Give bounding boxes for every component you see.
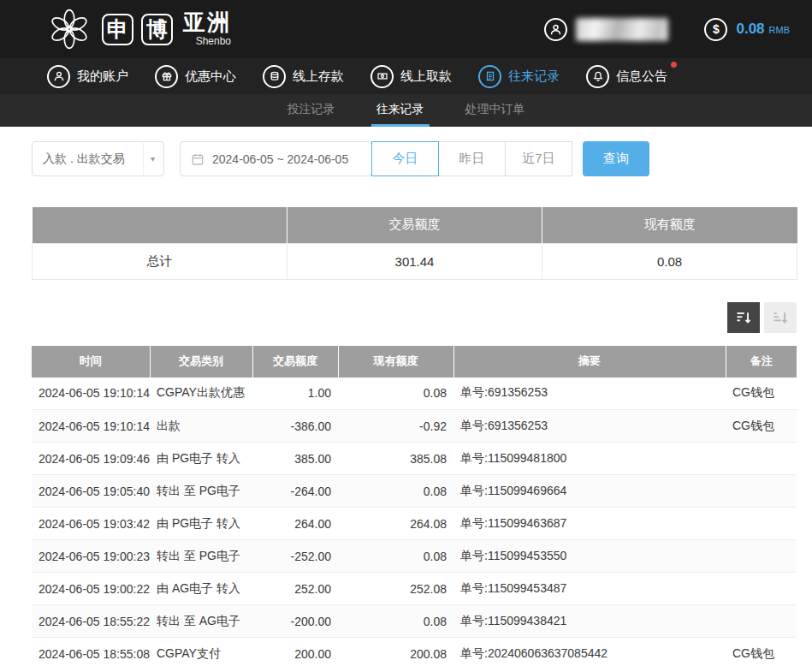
nav-item-deposit[interactable]: 线上存款 — [263, 65, 344, 88]
cell-summary: 单号:691356253 — [453, 378, 726, 410]
sort-desc-icon — [735, 309, 752, 326]
logo-region-text: 亚洲 — [183, 11, 231, 34]
tab-label: 投注记录 — [287, 102, 335, 117]
cell-amount: -200.00 — [252, 605, 338, 638]
date-range-picker[interactable]: 2024-06-05 ~ 2024-06-05 — [180, 141, 372, 176]
balance-display[interactable]: 0.08 RMB — [736, 21, 790, 38]
logo-char-shen: 申 — [102, 14, 133, 45]
cell-note: CG钱包 — [726, 378, 797, 410]
summary-transaction-total: 301.44 — [287, 243, 542, 279]
col-header-time: 时间 — [32, 346, 150, 378]
sort-descending-button[interactable] — [727, 302, 760, 333]
sort-asc-icon — [772, 309, 789, 326]
cell-summary: 单号:115099438421 — [453, 605, 726, 638]
nav-item-withdraw[interactable]: 线上取款 — [370, 65, 452, 88]
nav-item-transaction-records[interactable]: 往来记录 — [478, 65, 560, 88]
cell-note — [726, 475, 797, 508]
cell-summary: 单号:115099463687 — [453, 508, 726, 540]
cell-balance: 252.08 — [338, 573, 453, 605]
cell-time: 2024-06-05 19:05:40 — [32, 475, 150, 508]
cell-amount: 264.00 — [252, 508, 338, 540]
summary-header-empty — [33, 207, 287, 243]
logo-subtitle: Shenbo — [196, 35, 231, 47]
summary-header-row: 交易额度 现有额度 — [33, 207, 797, 243]
page: 申 博 亚洲 Shenbo $ 0.08 RMB — [0, 0, 812, 666]
nav-item-my-account[interactable]: 我的账户 — [47, 65, 128, 88]
summary-header-transaction: 交易额度 — [287, 207, 542, 243]
tab-bet-records[interactable]: 投注记录 — [282, 94, 341, 127]
summary-table: 交易额度 现有额度 总计 301.44 0.08 — [32, 207, 797, 280]
cell-time: 2024-06-05 19:10:14 — [32, 410, 150, 443]
summary-header-balance: 现有额度 — [542, 207, 797, 243]
tab-label: 往来记录 — [376, 102, 424, 117]
site-logo[interactable]: 申 博 亚洲 Shenbo — [48, 8, 231, 51]
cell-note — [726, 573, 797, 605]
yesterday-button[interactable]: 昨日 — [438, 141, 506, 176]
cell-type: 由 PG电子 转入 — [150, 443, 252, 475]
cell-time: 2024-06-05 19:00:22 — [32, 573, 150, 605]
cell-note — [726, 508, 797, 540]
banknote-icon — [370, 65, 394, 88]
cell-balance: 0.08 — [338, 378, 453, 410]
cell-summary: 单号:202406063637085442 — [453, 638, 726, 666]
selected-option: 入款 . 出款交易 — [43, 152, 125, 167]
sort-ascending-button[interactable] — [764, 302, 797, 333]
cell-type: 转出 至 AG电子 — [150, 605, 252, 638]
table-row: 2024-06-05 18:55:22 转出 至 AG电子 -200.00 0.… — [32, 605, 797, 638]
date-range-value: 2024-06-05 ~ 2024-06-05 — [212, 152, 348, 166]
cell-balance: -0.92 — [338, 410, 453, 443]
cell-balance: 0.08 — [338, 540, 453, 573]
sub-navigation: 投注记录 往来记录 处理中订单 — [0, 94, 812, 127]
cell-type: 由 AG电子 转入 — [150, 573, 252, 605]
col-header-amount: 交易额度 — [252, 346, 338, 378]
cell-note: CG钱包 — [726, 410, 797, 443]
username-blurred — [576, 18, 668, 41]
transaction-type-select[interactable]: 入款 . 出款交易 ▾ — [32, 141, 164, 176]
cell-note — [726, 605, 797, 638]
cell-amount: 200.00 — [252, 638, 338, 666]
last7days-button[interactable]: 近7日 — [505, 141, 572, 176]
cell-balance: 0.08 — [338, 475, 453, 508]
table-row: 2024-06-05 19:10:14 CGPAY出款优惠 1.00 0.08 … — [32, 378, 797, 410]
nav-label: 我的账户 — [77, 68, 128, 85]
tab-transaction-records[interactable]: 往来记录 — [371, 94, 430, 127]
nav-item-announcements[interactable]: 信息公告 — [586, 65, 667, 88]
cell-balance: 200.08 — [338, 638, 453, 666]
today-button[interactable]: 今日 — [371, 141, 439, 176]
flower-logo-icon — [48, 8, 91, 51]
col-header-type: 交易类别 — [150, 346, 252, 378]
records-table: 时间 交易类别 交易额度 现有额度 摘要 备注 2024-06-05 19:10… — [32, 346, 797, 666]
cell-note — [726, 540, 797, 573]
nav-label: 往来记录 — [508, 68, 560, 85]
tab-label: 处理中订单 — [465, 102, 525, 117]
query-button[interactable]: 查询 — [583, 141, 649, 176]
col-header-note: 备注 — [726, 346, 797, 378]
gift-icon — [155, 65, 178, 88]
cell-summary: 单号:115099453550 — [453, 540, 726, 573]
summary-total-label: 总计 — [33, 243, 287, 279]
cell-time: 2024-06-05 18:55:08 — [32, 638, 150, 666]
logo-char-bo: 博 — [141, 14, 173, 45]
cell-summary: 单号:115099453487 — [453, 573, 726, 605]
cell-note — [726, 443, 797, 475]
cell-amount: -264.00 — [252, 475, 338, 508]
wallet-dollar-icon[interactable]: $ — [704, 18, 727, 41]
chevron-down-icon: ▾ — [143, 141, 155, 176]
nav-label: 线上取款 — [400, 68, 452, 85]
cell-balance: 0.08 — [338, 605, 453, 638]
table-row: 2024-06-05 19:00:23 转出 至 PG电子 -252.00 0.… — [32, 540, 797, 573]
balance-amount: 0.08 — [736, 21, 764, 38]
table-row: 2024-06-05 19:05:40 转出 至 PG电子 -264.00 0.… — [32, 475, 797, 508]
user-avatar-icon[interactable] — [544, 18, 567, 41]
filter-bar: 入款 . 出款交易 ▾ 2024-06-05 ~ 2024-06-05 今日 昨… — [0, 127, 812, 176]
table-row: 2024-06-05 19:03:42 由 PG电子 转入 264.00 264… — [32, 508, 797, 540]
nav-item-promotions[interactable]: 优惠中心 — [155, 65, 236, 88]
tab-processing-orders[interactable]: 处理中订单 — [460, 94, 530, 127]
col-header-balance: 现有额度 — [338, 346, 453, 378]
calendar-icon — [191, 152, 204, 166]
table-row: 2024-06-05 19:09:46 由 PG电子 转入 385.00 385… — [32, 443, 797, 475]
cell-summary: 单号:691356253 — [453, 410, 726, 443]
coins-icon — [263, 65, 286, 88]
cell-type: 转出 至 PG电子 — [150, 475, 252, 508]
balance-currency: RMB — [769, 25, 790, 35]
